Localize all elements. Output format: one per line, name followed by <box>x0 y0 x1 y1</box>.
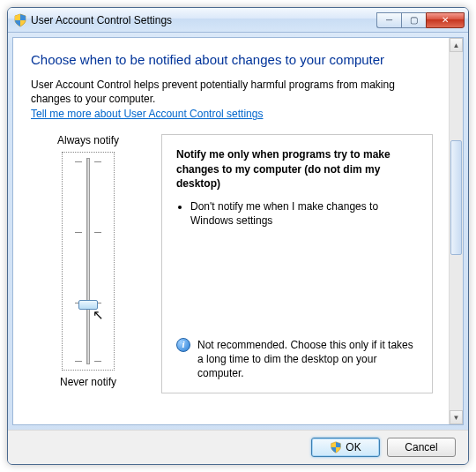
scroll-up-button[interactable]: ▲ <box>450 38 463 52</box>
description-bullet: Don't notify me when I make changes to W… <box>190 199 420 228</box>
button-row: OK Cancel <box>8 430 468 464</box>
scroll-thumb[interactable] <box>450 140 462 255</box>
page-heading: Choose when to be notified about changes… <box>31 52 433 67</box>
ok-button-label: OK <box>346 441 361 453</box>
titlebar[interactable]: User Account Control Settings ─ ▢ ✕ <box>8 8 468 33</box>
help-link[interactable]: Tell me more about User Account Control … <box>31 108 263 120</box>
slider-top-label: Always notify <box>31 134 145 146</box>
client-area: Choose when to be notified about changes… <box>12 37 464 425</box>
shield-icon <box>330 441 342 453</box>
minimize-button[interactable]: ─ <box>376 12 401 28</box>
slider-thumb[interactable] <box>78 300 98 310</box>
description-title: Notify me only when programs try to make… <box>176 147 420 191</box>
cancel-button-label: Cancel <box>405 441 437 453</box>
maximize-button[interactable]: ▢ <box>401 12 426 28</box>
uac-settings-window: User Account Control Settings ─ ▢ ✕ Choo… <box>7 7 469 465</box>
recommendation-text: Not recommended. Choose this only if it … <box>197 338 420 381</box>
scroll-track[interactable] <box>450 52 463 410</box>
ok-button[interactable]: OK <box>311 438 380 457</box>
description-panel: Notify me only when programs try to make… <box>161 134 433 393</box>
scroll-down-button[interactable]: ▼ <box>450 410 463 424</box>
close-button[interactable]: ✕ <box>426 12 465 28</box>
vertical-scrollbar[interactable]: ▲ ▼ <box>449 38 463 424</box>
info-icon: i <box>176 338 190 352</box>
intro-text: User Account Control helps prevent poten… <box>31 78 433 106</box>
recommendation-row: i Not recommended. Choose this only if i… <box>176 338 420 381</box>
notification-slider[interactable]: ↖ <box>62 152 115 371</box>
slider-bottom-label: Never notify <box>31 376 145 388</box>
cancel-button[interactable]: Cancel <box>387 438 456 457</box>
shield-icon <box>13 13 27 27</box>
slider-column: Always notify ↖ Never notify <box>31 134 145 393</box>
window-title: User Account Control Settings <box>31 14 376 26</box>
